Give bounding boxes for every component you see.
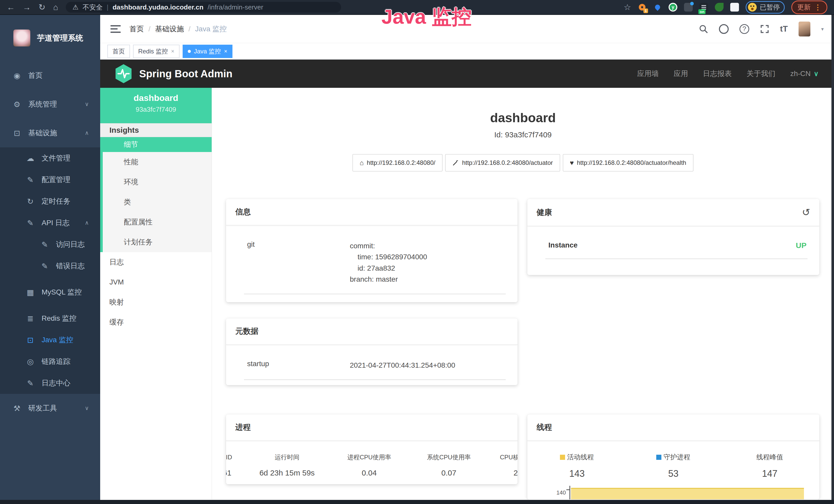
font-size-icon[interactable]: tT bbox=[780, 24, 788, 33]
paused-badge[interactable]: 已暂停 bbox=[746, 1, 785, 14]
update-button[interactable]: 更新 ⋮ bbox=[791, 1, 827, 14]
uptime-value: 6d 23h 15m 59s bbox=[245, 468, 330, 477]
extension-grid-icon[interactable] bbox=[684, 3, 693, 12]
header-actions: ? tT ▾ bbox=[699, 22, 824, 37]
insight-item-scheduled-tasks[interactable]: 计划任务 bbox=[103, 232, 212, 252]
health-url-button[interactable]: ♥ http://192.168.0.2:48080/actuator/heal… bbox=[563, 154, 694, 171]
wrench-icon bbox=[452, 159, 459, 166]
paused-label: 已暂停 bbox=[760, 3, 780, 12]
threads-card: 线程 活动线程 守护进程 线程峰值 143 53 147 140 120 100 bbox=[527, 414, 819, 499]
extension-y-icon[interactable]: y bbox=[668, 3, 677, 12]
extensions-puzzle-icon[interactable] bbox=[730, 3, 739, 12]
process-columns: 进程ID 运行时间 进程CPU使用率 系统CPU使用率 CPU核心数 bbox=[226, 453, 518, 461]
sba-nav-journal[interactable]: 日志报表 bbox=[703, 69, 732, 78]
insight-item-metrics[interactable]: 性能 bbox=[103, 152, 212, 172]
breadcrumb-infra[interactable]: 基础设施 bbox=[155, 24, 184, 34]
sidebar-item-logfile[interactable]: 日志 bbox=[100, 252, 212, 272]
window-bottom-edge bbox=[0, 500, 834, 504]
insight-item-details[interactable]: 细节 bbox=[103, 137, 212, 152]
tab-java-monitor[interactable]: Java 监控× bbox=[183, 45, 233, 58]
health-instance-row: Instance UP bbox=[527, 241, 819, 250]
sba-brand[interactable]: Spring Boot Admin bbox=[139, 68, 233, 79]
cloud-upload-icon: ☁ bbox=[26, 154, 35, 163]
locale-selector[interactable]: zh-CN ∨ bbox=[790, 70, 818, 78]
tab-redis-monitor[interactable]: Redis 监控× bbox=[133, 45, 179, 58]
insight-item-classes[interactable]: 类 bbox=[103, 192, 212, 212]
sidebar-item-tracing[interactable]: ◎链路追踪 bbox=[0, 351, 100, 372]
edit-icon: ✎ bbox=[26, 175, 35, 184]
not-secure-icon: ⚠ bbox=[72, 3, 78, 11]
sba-nav-wallboard[interactable]: 应用墙 bbox=[637, 69, 659, 78]
sidebar-item-dev-tools[interactable]: ⚒研发工具∨ bbox=[0, 394, 100, 422]
help-icon[interactable]: ? bbox=[740, 24, 749, 34]
github-icon[interactable] bbox=[719, 24, 729, 34]
log-icon: ✎ bbox=[40, 261, 49, 271]
sidebar-item-error-log[interactable]: ✎错误日志 bbox=[0, 255, 100, 277]
log-icon: ✎ bbox=[40, 240, 49, 249]
history-icon[interactable]: ↺ bbox=[802, 207, 810, 218]
sidebar-item-access-log[interactable]: ✎访问日志 bbox=[0, 234, 100, 255]
browser-menu-icon[interactable]: ⋮ bbox=[814, 3, 821, 12]
instance-sidebar: dashboard 93a3fc7f7409 Insights 细节 性能 环境… bbox=[100, 88, 212, 499]
hamburger-icon[interactable] bbox=[110, 25, 121, 33]
actuator-url-button[interactable]: http://192.168.0.2:48080/actuator bbox=[445, 154, 560, 171]
extension-pin-icon[interactable] bbox=[653, 3, 662, 12]
close-icon[interactable]: × bbox=[171, 48, 174, 55]
extension-leaf-icon[interactable] bbox=[715, 3, 724, 12]
sba-nav-applications[interactable]: 应用 bbox=[674, 69, 688, 78]
service-url-button[interactable]: ⌂ http://192.168.0.2:48080/ bbox=[352, 154, 443, 171]
sidebar-item-home[interactable]: ◉首页 bbox=[0, 61, 100, 90]
emoji-face-icon bbox=[748, 3, 757, 12]
sidebar-item-files[interactable]: ☁文件管理 bbox=[0, 147, 100, 169]
app-title: 芋道管理系统 bbox=[37, 33, 83, 43]
table-icon: ▦ bbox=[26, 288, 35, 297]
reload-icon[interactable]: ↻ bbox=[39, 3, 45, 11]
daemon-threads-value: 53 bbox=[627, 468, 720, 479]
sidebar-item-redis[interactable]: ≣Redis 监控 bbox=[0, 307, 100, 329]
extension-orange-icon[interactable]: 1 bbox=[638, 3, 646, 12]
sidebar-item-jvm[interactable]: JVM bbox=[100, 272, 212, 292]
sidebar-item-log-center[interactable]: ✎日志中心 bbox=[0, 372, 100, 394]
forward-icon[interactable]: → bbox=[23, 3, 31, 11]
bookmark-star-icon[interactable]: ☆ bbox=[623, 3, 631, 11]
sba-nav-about[interactable]: 关于我们 bbox=[747, 69, 775, 78]
process-cpu-value: 0.04 bbox=[330, 468, 409, 477]
address-bar[interactable]: ⚠ 不安全 | dashboard.yudao.iocoder.cn /infr… bbox=[66, 2, 341, 13]
breadcrumb: 首页 / 基础设施 / Java 监控 bbox=[129, 24, 227, 34]
scrollbar[interactable] bbox=[831, 15, 834, 500]
insight-item-config-props[interactable]: 配置属性 bbox=[103, 212, 212, 232]
sidebar-item-jobs[interactable]: ↻定时任务 bbox=[0, 190, 100, 212]
health-card-title: 健康 bbox=[536, 207, 552, 218]
chevron-up-icon: ∧ bbox=[85, 130, 89, 136]
insight-item-environment[interactable]: 环境 bbox=[103, 172, 212, 192]
sidebar-item-config[interactable]: ✎配置管理 bbox=[0, 169, 100, 190]
sidebar-item-infra[interactable]: ⊡基础设施∧ bbox=[0, 119, 100, 147]
extension-list-icon[interactable]: on bbox=[699, 3, 708, 12]
metadata-startup-row: startup 2021-04-27T00:44:31.254+08:00 bbox=[226, 360, 518, 371]
breadcrumb-home[interactable]: 首页 bbox=[129, 24, 144, 34]
sidebar-item-caches[interactable]: 缓存 bbox=[100, 312, 212, 332]
sidebar-item-mappings[interactable]: 映射 bbox=[100, 292, 212, 312]
fullscreen-icon[interactable] bbox=[760, 24, 769, 33]
breadcrumb-separator: / bbox=[149, 25, 151, 33]
home-icon[interactable]: ⌂ bbox=[53, 3, 58, 11]
update-label: 更新 bbox=[797, 3, 811, 12]
search-icon[interactable] bbox=[699, 24, 708, 33]
back-icon[interactable]: ← bbox=[7, 3, 15, 11]
user-avatar[interactable] bbox=[798, 22, 810, 37]
active-dot-icon bbox=[188, 50, 191, 53]
live-threads-swatch bbox=[560, 455, 565, 460]
annotation-text: Java 监控 bbox=[381, 4, 471, 30]
infra-icon: ⊡ bbox=[12, 129, 22, 138]
close-icon[interactable]: × bbox=[224, 48, 227, 55]
log-icon: ✎ bbox=[26, 219, 35, 228]
sidebar-item-java-monitor[interactable]: ⊡Java 监控 bbox=[0, 329, 100, 351]
dashboard-icon: ◉ bbox=[12, 71, 22, 80]
sidebar-item-system[interactable]: ⚙系统管理∨ bbox=[0, 90, 100, 119]
instance-card[interactable]: dashboard 93a3fc7f7409 bbox=[100, 88, 212, 123]
caret-down-icon[interactable]: ▾ bbox=[821, 26, 824, 32]
y-axis bbox=[569, 486, 570, 499]
sidebar-item-mysql[interactable]: ▦MySQL 监控 bbox=[0, 277, 100, 307]
tab-home[interactable]: 首页 bbox=[107, 45, 130, 58]
sidebar-item-api-log[interactable]: ✎API 日志∧ bbox=[0, 212, 100, 234]
